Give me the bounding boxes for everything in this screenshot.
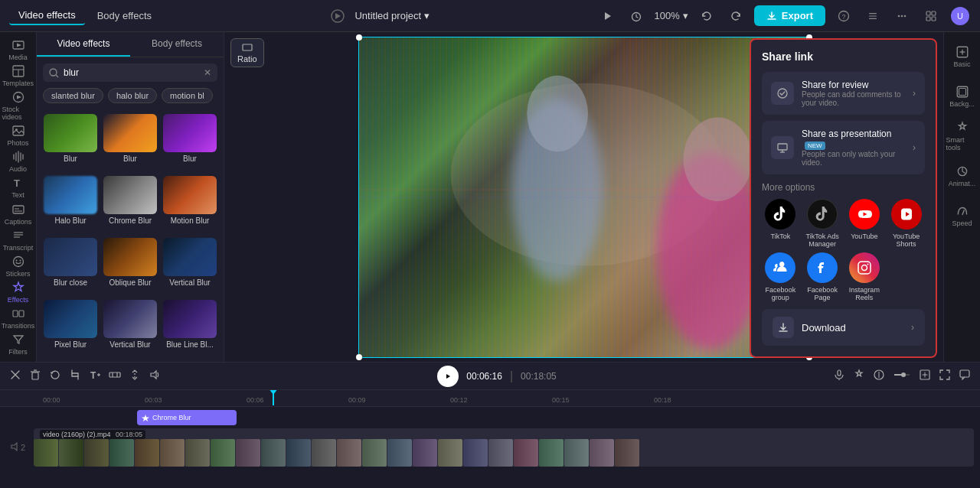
effect-item-4[interactable]: Chrome Blur — [103, 176, 158, 233]
fullscreen-icon[interactable] — [939, 369, 951, 383]
ratio-icon[interactable] — [873, 369, 885, 383]
effect-thumb-8 — [163, 238, 217, 276]
svg-rect-13 — [926, 17, 930, 21]
magic-icon[interactable] — [853, 369, 865, 383]
right-sidebar-background[interactable]: Backg... — [946, 78, 978, 115]
svg-rect-52 — [858, 262, 871, 274]
settings-icon[interactable] — [862, 5, 884, 27]
social-tiktok[interactable]: TikTok — [762, 199, 799, 248]
share-review-option[interactable]: Share for review People can add comments… — [762, 72, 925, 115]
tab-body-effects[interactable]: Body effects — [88, 7, 161, 24]
svg-rect-11 — [926, 11, 930, 15]
cut-icon[interactable] — [9, 369, 21, 383]
sidebar-item-photos[interactable]: Photos — [2, 124, 34, 147]
layout-icon[interactable] — [920, 5, 942, 27]
text-add-icon[interactable]: T — [89, 369, 101, 383]
fit-icon[interactable] — [919, 369, 931, 383]
split-icon[interactable] — [129, 369, 141, 383]
timeline-marks: 00:00 00:03 00:06 00:09 00:12 00:15 00:1… — [43, 392, 974, 405]
sidebar-item-transitions[interactable]: Transitions — [2, 307, 34, 330]
sidebar-item-media[interactable]: Media — [2, 38, 34, 61]
volume-icon[interactable] — [149, 369, 161, 383]
more-icon[interactable] — [891, 5, 913, 27]
effect-item-7[interactable]: Oblique Blur — [103, 238, 158, 295]
effect-item-5[interactable]: Motion Blur — [162, 176, 217, 233]
social-instagram[interactable]: Instagram Reels — [846, 252, 884, 301]
project-name[interactable]: Untitled project ▾ — [354, 10, 430, 21]
avatar[interactable]: U — [949, 5, 971, 27]
right-sidebar-smart-tools[interactable]: Smart tools — [946, 118, 978, 155]
right-sidebar-speed[interactable]: Speed — [946, 197, 978, 234]
svg-rect-40 — [243, 44, 252, 50]
sidebar-item-effects[interactable]: Effects — [2, 281, 34, 304]
sidebar-item-filters[interactable]: Filters — [2, 333, 34, 356]
effect-item-9[interactable]: Pixel Blur — [43, 300, 98, 357]
tab-video-effects[interactable]: Video effects — [9, 6, 85, 25]
sidebar-item-stock[interactable]: Stock videos — [2, 90, 34, 121]
effect-item-0[interactable]: Blur — [43, 114, 98, 171]
sidebar-item-audio[interactable]: Audio — [2, 150, 34, 173]
timer-icon[interactable] — [626, 5, 647, 27]
sidebar-item-stickers[interactable]: Stickers — [2, 255, 34, 278]
video-clip[interactable]: video (2160p) (2).mp4 00:18:05 — [34, 428, 974, 467]
tab-body-effects[interactable]: Body effects — [130, 32, 224, 57]
help-icon[interactable]: ? — [833, 5, 854, 27]
effects-tabs: Video effects Body effects — [37, 32, 224, 57]
play-pause-button[interactable] — [437, 366, 459, 387]
total-time: 00:18:05 — [521, 371, 557, 382]
sidebar-item-captions[interactable]: Captions — [2, 202, 34, 225]
export-button[interactable]: Export — [754, 5, 825, 26]
redo-icon[interactable] — [725, 5, 746, 27]
effect-item-8[interactable]: Vertical Blur — [162, 238, 217, 295]
filter-tag-0[interactable]: slanted blur — [43, 88, 103, 103]
zoom-control[interactable]: 100% ▾ — [655, 10, 688, 21]
right-sidebar-animate[interactable]: Animat... — [946, 158, 978, 194]
effect-item-10[interactable]: Vertical Blur — [103, 300, 158, 357]
bottom-area: T 00:06:16 | 00:18:05 — [0, 362, 980, 488]
audio-track-icon[interactable] — [10, 441, 21, 454]
crop-icon[interactable] — [69, 369, 81, 383]
volume-bar-icon[interactable] — [893, 369, 911, 382]
social-fb-group[interactable]: Facebook group — [762, 252, 799, 301]
time-mark-6: 00:18 — [654, 396, 671, 404]
corner-handle-bl[interactable] — [356, 354, 362, 360]
filter-tag-1[interactable]: halo blur — [108, 88, 157, 103]
filter-tag-2[interactable]: motion bl — [162, 88, 213, 103]
comment-icon[interactable] — [959, 369, 971, 383]
effect-item-6[interactable]: Blur close — [43, 238, 98, 295]
sidebar-item-text[interactable]: T Text — [2, 176, 34, 199]
effect-item-2[interactable]: Blur — [162, 114, 217, 171]
loop-icon[interactable] — [49, 369, 61, 383]
effect-item-1[interactable]: Blur — [103, 114, 158, 171]
right-sidebar-basic[interactable]: Basic — [946, 38, 978, 75]
svg-rect-49 — [778, 144, 787, 150]
tab-video-effects[interactable]: Video effects — [37, 32, 130, 57]
corner-handle-tl[interactable] — [356, 34, 362, 41]
download-button[interactable]: Download › — [762, 309, 925, 346]
sidebar-item-templates[interactable]: Templates — [2, 64, 34, 87]
effect-item-3[interactable]: Halo Blur — [43, 176, 98, 233]
ratio-button[interactable]: Ratio — [230, 38, 264, 67]
svg-point-9 — [901, 15, 903, 17]
mic-icon[interactable] — [833, 369, 845, 383]
share-review-icon — [771, 82, 794, 105]
playhead[interactable] — [273, 392, 274, 405]
share-presentation-option[interactable]: Share as presentation NEW People can onl… — [762, 121, 925, 174]
search-input[interactable] — [64, 67, 199, 78]
svg-point-10 — [904, 15, 906, 17]
svg-rect-12 — [932, 11, 936, 15]
social-fb-page[interactable]: Facebook Page — [804, 252, 841, 301]
social-tiktok-ads[interactable]: TikTok Ads Manager — [804, 199, 841, 248]
chrome-blur-clip[interactable]: Chrome Blur — [137, 410, 237, 425]
social-yt-shorts[interactable]: YouTube Shorts — [887, 199, 925, 248]
delete-icon[interactable] — [29, 369, 41, 383]
share-presentation-icon — [771, 136, 794, 159]
search-clear-icon[interactable]: ✕ — [204, 67, 211, 78]
trim-icon[interactable] — [109, 369, 121, 383]
play-icon[interactable] — [596, 5, 618, 27]
svg-point-8 — [898, 15, 900, 17]
sidebar-item-transcript[interactable]: Transcript — [2, 229, 34, 252]
effect-item-11[interactable]: Blue Line Bl... — [162, 300, 217, 357]
undo-icon[interactable] — [696, 5, 717, 27]
social-youtube[interactable]: YouTube — [846, 199, 884, 248]
